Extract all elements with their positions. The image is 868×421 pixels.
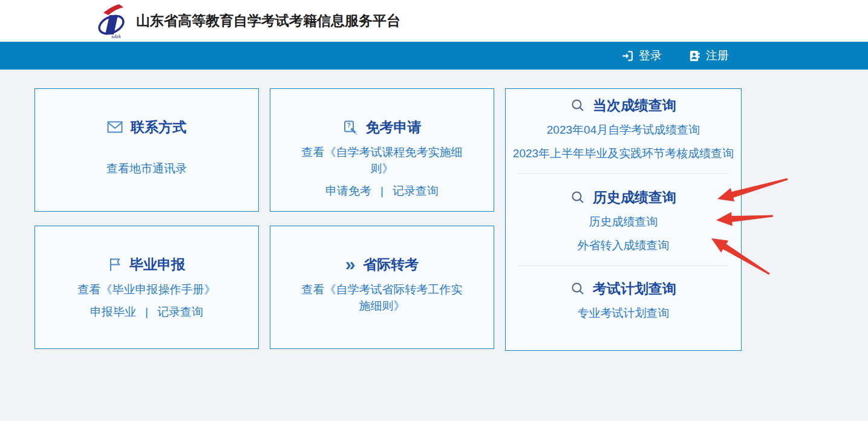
site-title: 山东省高等教育自学考试考籍信息服务平台 — [136, 11, 400, 30]
card-transfer: » 省际转考 查看《自学考试省际转考工作实施细则》 — [270, 226, 494, 349]
sign-in-icon — [621, 50, 634, 62]
header: sdzk 山东省高等教育自学考试考籍信息服务平台 — [0, 0, 868, 42]
magnifier-icon — [570, 190, 585, 204]
card-exemption-title: ? 免考申请 — [270, 118, 494, 136]
exemption-rules-link[interactable]: 查看《自学考试课程免考实施细则》 — [297, 144, 468, 177]
link-major-exam-plan-query[interactable]: 专业考试计划查询 — [506, 305, 741, 321]
flag-icon — [108, 257, 122, 272]
graduation-actions: 申报毕业 | 记录查询 — [35, 304, 258, 320]
nav-links: 登录 注册 — [621, 42, 729, 70]
sdzk-logo-icon: sdzk — [96, 3, 127, 39]
double-chevron-icon: » — [345, 258, 356, 271]
transfer-rules-link[interactable]: 查看《自学考试省际转考工作实施细则》 — [297, 281, 468, 314]
graduation-manual-link[interactable]: 查看《毕业申报操作手册》 — [35, 281, 258, 298]
exemption-apply-link[interactable]: 申请免考 — [325, 183, 371, 199]
card-contact: 联系方式 查看地市通讯录 — [34, 88, 259, 212]
link-2023-h1-practical-score-query[interactable]: 2023年上半年毕业及实践环节考核成绩查询 — [506, 146, 741, 162]
card-transfer-title: » 省际转考 — [270, 255, 494, 273]
magnifier-icon — [570, 281, 585, 296]
page: sdzk 山东省高等教育自学考试考籍信息服务平台 登录 — [0, 0, 868, 421]
contact-directory-link[interactable]: 查看地市通讯录 — [35, 160, 258, 177]
link-2023-04-score-query[interactable]: 2023年04月自学考试成绩查询 — [506, 122, 741, 138]
history-scores-title: 历史成绩查询 — [506, 188, 741, 206]
login-label: 登录 — [639, 48, 662, 64]
login-link[interactable]: 登录 — [621, 48, 662, 64]
link-history-score-query[interactable]: 历史成绩查询 — [506, 214, 741, 230]
query-panel: 当次成绩查询 2023年04月自学考试成绩查询 2023年上半年毕业及实践环节考… — [505, 88, 742, 351]
register-link[interactable]: 注册 — [688, 48, 729, 64]
logo-text: sdzk — [111, 33, 122, 39]
current-scores-title-text: 当次成绩查询 — [593, 96, 676, 114]
current-scores-title: 当次成绩查询 — [506, 96, 741, 114]
card-exemption: ? 免考申请 查看《自学考试课程免考实施细则》 申请免考 | 记录查询 — [270, 88, 494, 212]
card-transfer-title-text: 省际转考 — [363, 255, 419, 273]
section-exam-plan: 考试计划查询 专业考试计划查询 — [506, 266, 741, 321]
exam-plan-title: 考试计划查询 — [506, 279, 741, 298]
exemption-doc-icon: ? — [343, 120, 358, 135]
link-separator: | — [145, 305, 148, 319]
link-separator: | — [380, 184, 383, 198]
exemption-records-link[interactable]: 记录查询 — [393, 183, 439, 199]
register-label: 注册 — [706, 48, 729, 64]
section-history-scores: 历史成绩查询 历史成绩查询 外省转入成绩查询 — [506, 174, 741, 266]
card-graduation-title: 毕业申报 — [35, 255, 258, 273]
register-book-icon — [688, 50, 701, 62]
navbar: 登录 注册 — [0, 42, 868, 70]
graduation-apply-link[interactable]: 申报毕业 — [90, 304, 136, 320]
exemption-actions: 申请免考 | 记录查询 — [270, 183, 494, 199]
link-out-province-score-query[interactable]: 外省转入成绩查询 — [506, 238, 741, 253]
card-graduation-title-text: 毕业申报 — [129, 255, 185, 273]
graduation-records-link[interactable]: 记录查询 — [157, 304, 203, 320]
section-current-scores: 当次成绩查询 2023年04月自学考试成绩查询 2023年上半年毕业及实践环节考… — [506, 89, 741, 173]
magnifier-icon — [570, 98, 585, 113]
brand: sdzk 山东省高等教育自学考试考籍信息服务平台 — [96, 3, 400, 39]
exam-plan-title-text: 考试计划查询 — [593, 279, 676, 298]
svg-text:?: ? — [347, 122, 350, 129]
card-exemption-title-text: 免考申请 — [366, 118, 422, 136]
envelope-icon — [107, 121, 123, 133]
card-contact-title-text: 联系方式 — [131, 118, 186, 136]
history-scores-title-text: 历史成绩查询 — [593, 188, 676, 206]
card-contact-title: 联系方式 — [35, 118, 258, 136]
card-graduation: 毕业申报 查看《毕业申报操作手册》 申报毕业 | 记录查询 — [34, 226, 259, 349]
